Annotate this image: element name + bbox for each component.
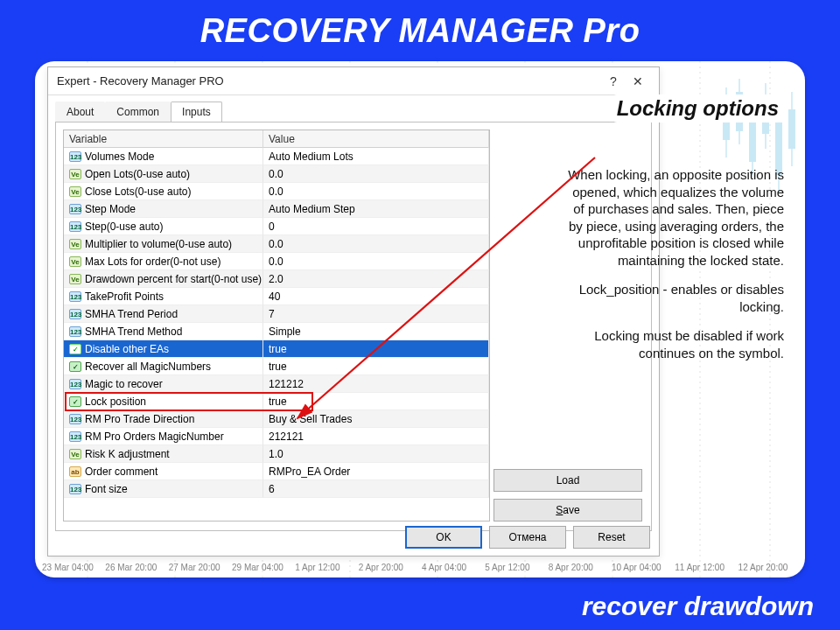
param-row[interactable]: ✓Lock positiontrue bbox=[64, 393, 489, 410]
tab-common[interactable]: Common bbox=[105, 102, 171, 122]
param-name: Drawdown percent for start(0-not use) bbox=[85, 270, 262, 288]
param-name: TakeProfit Points bbox=[85, 288, 164, 305]
param-value-cell[interactable]: 121212 bbox=[263, 375, 489, 393]
param-name: Multiplier to volume(0-use auto) bbox=[85, 235, 232, 253]
param-name-cell: 123Magic to recover bbox=[64, 375, 263, 393]
param-value-cell[interactable]: true bbox=[263, 340, 489, 358]
side-buttons: Load Save bbox=[494, 469, 642, 522]
param-row[interactable]: abOrder commentRMPro_EA Order bbox=[64, 463, 489, 480]
param-value-cell[interactable]: 40 bbox=[263, 288, 489, 305]
param-name-cell: ✓Recover all MagicNumbers bbox=[64, 358, 263, 375]
param-row[interactable]: 123Step ModeAuto Medium Step bbox=[64, 200, 489, 218]
card: 23 Mar 04:0026 Mar 20:0027 Mar 20:0029 M… bbox=[35, 61, 805, 578]
param-value-cell[interactable]: 0.0 bbox=[263, 165, 489, 183]
param-row[interactable]: VeMultiplier to volume(0-use auto)0.0 bbox=[64, 235, 489, 253]
close-icon[interactable]: ✕ bbox=[626, 72, 650, 91]
param-row[interactable]: 123SMHA Trend MethodSimple bbox=[64, 323, 489, 340]
dialog-titlebar: Expert - Recovery Manager PRO ? ✕ bbox=[48, 67, 659, 95]
time-tick: 1 Apr 12:00 bbox=[295, 563, 354, 572]
param-value-cell[interactable]: 6 bbox=[263, 480, 489, 498]
param-name: Risk K adjustment bbox=[85, 445, 170, 463]
param-name: SMHA Trend Method bbox=[85, 323, 182, 340]
param-row[interactable]: 123TakeProfit Points40 bbox=[64, 288, 489, 305]
param-name-cell: ✓Disable other EAs bbox=[64, 340, 263, 358]
double-type-icon: Ve bbox=[69, 186, 81, 197]
param-value-cell[interactable]: 2.0 bbox=[263, 270, 489, 288]
time-tick: 12 Apr 20:00 bbox=[738, 563, 798, 572]
inputs-grid[interactable]: Variable Value 123Volumes ModeAuto Mediu… bbox=[63, 130, 490, 522]
save-button[interactable]: Save bbox=[494, 499, 642, 522]
dialog-title: Expert - Recovery Manager PRO bbox=[57, 74, 224, 88]
grid-header: Variable Value bbox=[64, 130, 489, 148]
param-name-cell: 123TakeProfit Points bbox=[64, 288, 263, 305]
param-row[interactable]: VeDrawdown percent for start(0-not use)2… bbox=[64, 270, 489, 288]
param-value-cell[interactable]: RMPro_EA Order bbox=[263, 463, 489, 480]
param-row[interactable]: 123Font size6 bbox=[64, 480, 489, 498]
double-type-icon: Ve bbox=[69, 169, 81, 179]
param-value-cell[interactable]: true bbox=[263, 393, 489, 410]
param-row[interactable]: VeMax Lots for order(0-not use)0.0 bbox=[64, 253, 489, 270]
col-variable: Variable bbox=[64, 130, 263, 148]
param-value-cell[interactable]: 212121 bbox=[263, 428, 489, 445]
footer-tagline: recover drawdown bbox=[582, 592, 814, 621]
int-type-icon: 123 bbox=[69, 414, 81, 424]
double-type-icon: Ve bbox=[69, 449, 81, 459]
param-name: SMHA Trend Period bbox=[85, 305, 178, 323]
annotation-p3: Locking must be disabled if work continu… bbox=[565, 327, 784, 361]
double-type-icon: Ve bbox=[69, 239, 81, 249]
double-type-icon: Ve bbox=[69, 274, 81, 284]
tab-about[interactable]: About bbox=[55, 102, 105, 122]
param-row[interactable]: ✓Disable other EAstrue bbox=[64, 340, 489, 358]
param-row[interactable]: ✓Recover all MagicNumberstrue bbox=[64, 358, 489, 375]
cancel-button[interactable]: Отмена bbox=[489, 526, 566, 549]
bool-type-icon: ✓ bbox=[69, 344, 81, 354]
time-tick: 10 Apr 04:00 bbox=[612, 563, 671, 572]
time-tick: 27 Mar 20:00 bbox=[169, 563, 228, 572]
param-name: RM Pro Trade Direction bbox=[85, 410, 194, 428]
param-value-cell[interactable]: 0 bbox=[263, 218, 489, 235]
tab-inputs[interactable]: Inputs bbox=[171, 102, 222, 122]
param-name-cell: 123RM Pro Orders MagicNumber bbox=[64, 428, 263, 445]
param-value-cell[interactable]: 7 bbox=[263, 305, 489, 323]
param-name-cell: 123Step(0-use auto) bbox=[64, 218, 263, 235]
int-type-icon: 123 bbox=[69, 309, 81, 319]
param-name-cell: 123Step Mode bbox=[64, 200, 263, 218]
param-name: Max Lots for order(0-not use) bbox=[85, 253, 220, 270]
param-name-cell: abOrder comment bbox=[64, 463, 263, 480]
param-row[interactable]: 123Magic to recover121212 bbox=[64, 375, 489, 393]
param-name-cell: ✓Lock position bbox=[64, 393, 263, 410]
load-button[interactable]: Load bbox=[494, 469, 642, 492]
help-button[interactable]: ? bbox=[601, 72, 626, 91]
param-row[interactable]: 123Volumes ModeAuto Medium Lots bbox=[64, 148, 489, 165]
param-name-cell: VeMultiplier to volume(0-use auto) bbox=[64, 235, 263, 253]
param-value-cell[interactable]: Auto Medium Lots bbox=[263, 148, 489, 165]
param-value-cell[interactable]: Auto Medium Step bbox=[263, 200, 489, 218]
param-value-cell[interactable]: 0.0 bbox=[263, 235, 489, 253]
param-row[interactable]: 123SMHA Trend Period7 bbox=[64, 305, 489, 323]
param-name-cell: VeOpen Lots(0-use auto) bbox=[64, 165, 263, 183]
param-row[interactable]: VeClose Lots(0-use auto)0.0 bbox=[64, 183, 489, 200]
param-value-cell[interactable]: 1.0 bbox=[263, 445, 489, 463]
param-row[interactable]: VeOpen Lots(0-use auto)0.0 bbox=[64, 165, 489, 183]
param-value-cell[interactable]: Buy & Sell Trades bbox=[263, 410, 489, 428]
int-type-icon: 123 bbox=[69, 151, 81, 162]
param-value-cell[interactable]: 0.0 bbox=[263, 253, 489, 270]
param-row[interactable]: VeRisk K adjustment1.0 bbox=[64, 445, 489, 463]
reset-button[interactable]: Reset bbox=[573, 526, 650, 549]
param-name: Disable other EAs bbox=[85, 340, 169, 358]
param-name-cell: VeDrawdown percent for start(0-not use) bbox=[64, 270, 263, 288]
ok-button[interactable]: OK bbox=[405, 526, 482, 549]
time-tick: 2 Apr 20:00 bbox=[359, 563, 418, 572]
param-row[interactable]: 123Step(0-use auto)0 bbox=[64, 218, 489, 235]
param-name-cell: VeMax Lots for order(0-not use) bbox=[64, 253, 263, 270]
param-name-cell: 123RM Pro Trade Direction bbox=[64, 410, 263, 428]
time-tick: 8 Apr 20:00 bbox=[549, 563, 608, 572]
param-value-cell[interactable]: 0.0 bbox=[263, 183, 489, 200]
double-type-icon: Ve bbox=[69, 256, 81, 267]
param-row[interactable]: 123RM Pro Trade DirectionBuy & Sell Trad… bbox=[64, 410, 489, 428]
param-name-cell: 123Font size bbox=[64, 480, 263, 498]
param-name: Volumes Mode bbox=[85, 148, 154, 165]
param-value-cell[interactable]: Simple bbox=[263, 323, 489, 340]
param-row[interactable]: 123RM Pro Orders MagicNumber212121 bbox=[64, 428, 489, 445]
param-value-cell[interactable]: true bbox=[263, 358, 489, 375]
